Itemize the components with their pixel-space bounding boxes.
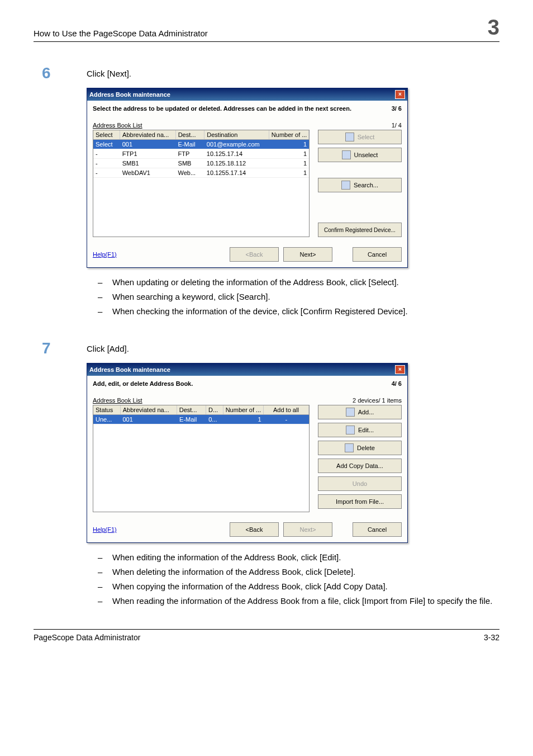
confirm-device-button[interactable]: Confirm Registered Device... — [318, 223, 402, 237]
dialog-step7: Address Book maintenance × Add, edit, or… — [87, 363, 408, 543]
chapter-number: 3 — [488, 17, 499, 38]
address-book-list-label: Address Book List — [93, 397, 142, 404]
titlebar: Address Book maintenance × — [87, 88, 407, 101]
dialog-step6: Address Book maintenance × Select the ad… — [87, 88, 408, 268]
address-book-list-count: 1/ 4 — [392, 122, 402, 129]
bullets-step6: –When updating or deleting the informati… — [98, 276, 499, 317]
search-icon — [341, 181, 350, 190]
address-table[interactable]: Select Abbreviated na... Dest... Destina… — [93, 130, 310, 237]
cancel-button[interactable]: Cancel — [353, 247, 402, 262]
edit-icon — [346, 426, 355, 434]
undo-button[interactable]: Undo — [318, 476, 402, 491]
address-book-list-count: 2 devices/ 1 items — [353, 397, 402, 404]
table-row[interactable]: Select 001 E-Mail 001@example.com 1 — [93, 140, 309, 149]
col-status[interactable]: Status — [93, 405, 121, 414]
table-row[interactable]: - FTP1 FTP 10.125.17.14 1 — [93, 149, 309, 159]
col-destination[interactable]: Destination — [204, 130, 269, 139]
import-from-file-button[interactable]: Import from File... — [318, 494, 402, 509]
add-button[interactable]: Add... — [318, 405, 402, 419]
footer-right: 3-32 — [484, 633, 499, 642]
table-row[interactable]: Une... 001 E-Mail 0... 1 - — [93, 415, 309, 424]
col-select[interactable]: Select — [93, 130, 120, 139]
dialog-title: Address Book maintenance — [89, 366, 170, 373]
add-icon — [346, 408, 355, 417]
help-link[interactable]: Help(F1) — [93, 526, 117, 533]
dialog-instruction: Select the address to be updated or dele… — [93, 105, 351, 112]
bullets-step7: –When editing the information of the Add… — [98, 551, 499, 607]
col-number[interactable]: Number of ... — [223, 405, 264, 414]
col-dest-type[interactable]: Dest... — [176, 130, 205, 139]
col-abbrev[interactable]: Abbreviated na... — [121, 405, 177, 414]
close-icon[interactable]: × — [395, 90, 405, 99]
back-button[interactable]: <Back — [230, 247, 279, 262]
address-book-list-label: Address Book List — [93, 122, 142, 129]
cancel-button[interactable]: Cancel — [353, 522, 402, 537]
col-addtoall[interactable]: Add to all — [264, 405, 309, 414]
back-button[interactable]: <Back — [230, 522, 279, 537]
table-row[interactable]: - SMB1 SMB 10.125.18.112 1 — [93, 159, 309, 168]
col-abbrev[interactable]: Abbreviated na... — [120, 130, 176, 139]
col-d[interactable]: D... — [206, 405, 223, 414]
header-title: How to Use the PageScope Data Administra… — [34, 29, 208, 38]
next-button[interactable]: Next> — [283, 522, 332, 537]
footer-left: PageScope Data Administrator — [34, 633, 140, 642]
address-table[interactable]: Status Abbreviated na... Dest... D... Nu… — [93, 405, 310, 512]
unselect-icon — [342, 150, 351, 159]
col-number[interactable]: Number of ... — [269, 130, 309, 139]
edit-button[interactable]: Edit... — [318, 423, 402, 437]
delete-button[interactable]: Delete — [318, 441, 402, 455]
close-icon[interactable]: × — [395, 365, 405, 374]
add-copy-data-button[interactable]: Add Copy Data... — [318, 459, 402, 473]
dialog-title: Address Book maintenance — [89, 91, 170, 98]
page-footer: PageScope Data Administrator 3-32 — [34, 629, 499, 642]
select-button[interactable]: Select — [318, 130, 402, 144]
table-row[interactable]: - WebDAV1 Web... 10.1255.17.14 1 — [93, 168, 309, 178]
step-number-7: 7 — [34, 339, 87, 357]
dialog-instruction: Add, edit, or delete Address Book. — [93, 380, 193, 387]
delete-icon — [345, 443, 354, 452]
help-link[interactable]: Help(F1) — [93, 251, 117, 258]
step-number-6: 6 — [34, 64, 87, 82]
titlebar: Address Book maintenance × — [87, 363, 407, 376]
page-header: How to Use the PageScope Data Administra… — [34, 17, 499, 42]
select-icon — [345, 133, 354, 141]
unselect-button[interactable]: Unselect — [318, 148, 402, 162]
search-button[interactable]: Search... — [318, 178, 402, 192]
step-text-6: Click [Next]. — [87, 64, 499, 82]
dialog-progress: 3/ 6 — [392, 105, 402, 112]
dialog-progress: 4/ 6 — [392, 380, 402, 387]
step-text-7: Click [Add]. — [87, 339, 499, 357]
col-dest-type[interactable]: Dest... — [177, 405, 206, 414]
next-button[interactable]: Next> — [283, 247, 332, 262]
